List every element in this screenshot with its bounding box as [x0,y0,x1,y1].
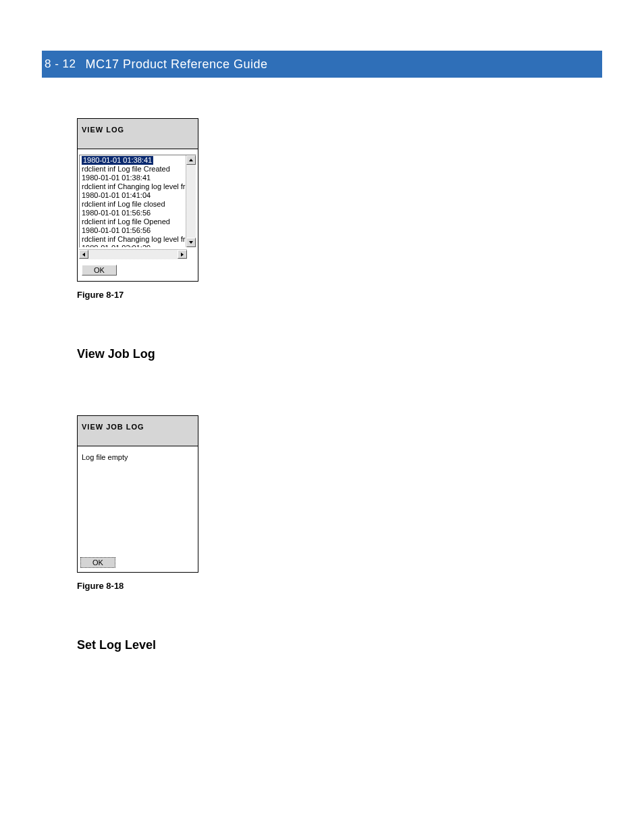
horizontal-scrollbar[interactable] [79,249,187,259]
button-row: OK [79,259,196,277]
scroll-right-button[interactable] [178,250,187,259]
ok-button[interactable]: OK [80,557,115,568]
figure-caption: Figure 8-17 [77,290,602,300]
scroll-down-button[interactable] [186,238,196,247]
list-item[interactable]: 1980-01-01 01:56:56 [80,226,186,235]
window-body: 1980-01-01 01:38:41 rdclient inf Log fil… [78,149,198,281]
log-lines: 1980-01-01 01:38:41 rdclient inf Log fil… [80,156,186,248]
empty-log-text: Log file empty [82,453,194,461]
list-item[interactable]: 1980-01-01 02:01:29 [80,244,186,248]
window-body: Log file empty [78,446,198,554]
ok-button[interactable]: OK [82,265,117,276]
list-item[interactable]: 1980-01-01 01:41:04 [80,191,186,200]
log-listbox[interactable]: 1980-01-01 01:38:41 rdclient inf Log fil… [79,155,196,248]
view-job-log-window: VIEW JOB LOG Log file empty OK [77,415,198,573]
chevron-right-icon [181,253,184,257]
scroll-up-button[interactable] [186,155,196,165]
window-title: VIEW LOG [78,119,198,149]
scroll-left-button[interactable] [79,250,88,259]
vertical-scrollbar[interactable] [186,155,196,247]
horizontal-scrollbar-row [79,249,196,259]
chevron-up-icon [189,159,193,161]
view-log-window: VIEW LOG 1980-01-01 01:38:41 rdclient in… [77,118,198,282]
page: 8 - 12 MC17 Product Reference Guide VIEW… [0,0,644,834]
content-area: VIEW LOG 1980-01-01 01:38:41 rdclient in… [42,118,602,652]
list-item[interactable]: rdclient inf Log file Created [80,165,186,174]
chevron-down-icon [189,241,193,244]
list-item[interactable]: 1980-01-01 01:56:56 [80,209,186,217]
page-number: 8 - 12 [45,57,76,71]
list-item[interactable]: rdclient inf Changing log level fr [80,182,186,191]
window-title: VIEW JOB LOG [78,416,198,446]
list-item[interactable]: 1980-01-01 01:38:41 [80,156,186,165]
list-item[interactable]: rdclient inf Changing log level fr [80,235,186,244]
section-heading-set-log-level: Set Log Level [77,638,602,652]
figure-caption: Figure 8-18 [77,581,602,591]
doc-title: MC17 Product Reference Guide [85,57,267,72]
button-row: OK [78,554,198,572]
list-item[interactable]: rdclient inf Log file closed [80,200,186,209]
section-heading-view-job-log: View Job Log [77,347,602,361]
page-header: 8 - 12 MC17 Product Reference Guide [42,51,602,78]
list-item[interactable]: rdclient inf Log file Opened [80,217,186,226]
chevron-left-icon [82,253,85,257]
list-item[interactable]: 1980-01-01 01:38:41 [80,174,186,182]
